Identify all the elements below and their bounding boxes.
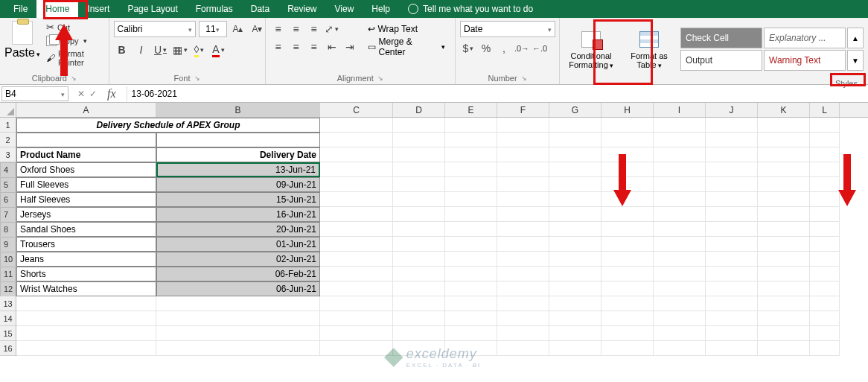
- cell[interactable]: [601, 326, 654, 341]
- cell[interactable]: [445, 162, 497, 177]
- cell[interactable]: [16, 133, 156, 147]
- cell[interactable]: 01-Jun-21: [156, 237, 320, 252]
- cell[interactable]: Shorts: [16, 267, 156, 281]
- cell[interactable]: [445, 222, 497, 237]
- percent-button[interactable]: %: [478, 40, 494, 57]
- tell-me[interactable]: Tell me what you want to do: [408, 4, 533, 14]
- gallery-more-button[interactable]: ▼: [847, 50, 864, 71]
- cell[interactable]: [810, 133, 840, 147]
- cell[interactable]: [758, 133, 810, 147]
- cell[interactable]: [706, 192, 758, 207]
- style-warning[interactable]: Warning Text: [764, 50, 846, 71]
- cell[interactable]: [549, 252, 601, 267]
- cell[interactable]: [393, 162, 445, 177]
- cell[interactable]: [601, 147, 654, 162]
- cell[interactable]: [16, 296, 156, 311]
- cell[interactable]: [320, 267, 393, 281]
- style-output[interactable]: Output: [680, 50, 762, 71]
- cell[interactable]: [320, 311, 393, 326]
- cell[interactable]: [654, 222, 706, 237]
- row-header-15[interactable]: 15: [0, 326, 16, 341]
- align-top-button[interactable]: ≡: [270, 21, 287, 37]
- underline-button[interactable]: U: [153, 42, 169, 58]
- align-middle-button[interactable]: ≡: [288, 21, 304, 37]
- bold-button[interactable]: B: [114, 42, 130, 58]
- tab-home[interactable]: Home: [36, 0, 78, 18]
- cell[interactable]: [445, 207, 497, 222]
- col-header-i[interactable]: I: [654, 103, 706, 117]
- cell[interactable]: [810, 162, 840, 177]
- cell[interactable]: [497, 147, 549, 162]
- cell[interactable]: [549, 162, 601, 177]
- cell[interactable]: [549, 237, 601, 252]
- cell[interactable]: Oxford Shoes: [16, 162, 156, 177]
- cell[interactable]: [706, 267, 758, 281]
- row-header-1[interactable]: 1: [0, 118, 16, 133]
- cell[interactable]: [497, 162, 549, 177]
- cell[interactable]: [758, 326, 810, 341]
- cell[interactable]: [320, 162, 393, 177]
- align-right-button[interactable]: ≡: [306, 39, 322, 55]
- gallery-up-button[interactable]: ▲: [847, 28, 864, 48]
- cell[interactable]: [497, 177, 549, 192]
- cell[interactable]: [156, 133, 320, 147]
- cell[interactable]: [393, 207, 445, 222]
- cell[interactable]: [393, 147, 445, 162]
- font-name-select[interactable]: Calibri: [114, 21, 196, 37]
- cell[interactable]: [758, 177, 810, 192]
- cell[interactable]: [549, 296, 601, 311]
- cell[interactable]: [549, 267, 601, 281]
- accounting-format-button[interactable]: $: [460, 40, 476, 57]
- cell[interactable]: [549, 341, 601, 356]
- cell[interactable]: [654, 341, 706, 356]
- cell[interactable]: Half Sleeves: [16, 192, 156, 207]
- row-header-4[interactable]: 4: [0, 162, 16, 177]
- col-header-l[interactable]: L: [810, 103, 840, 117]
- cell[interactable]: [810, 192, 840, 207]
- col-header-j[interactable]: J: [706, 103, 758, 117]
- cell[interactable]: [758, 192, 810, 207]
- cell[interactable]: [654, 162, 706, 177]
- cell[interactable]: [393, 237, 445, 252]
- styles-gallery[interactable]: Check Cell Explanatory ... ▲ Output Warn…: [680, 28, 864, 71]
- cell[interactable]: [320, 252, 393, 267]
- cell[interactable]: [393, 118, 445, 133]
- cell[interactable]: [445, 118, 497, 133]
- cell[interactable]: [156, 311, 320, 326]
- cell[interactable]: [320, 147, 393, 162]
- cell[interactable]: [549, 118, 601, 133]
- cell[interactable]: Wrist Watches: [16, 281, 156, 296]
- cell[interactable]: [156, 341, 320, 356]
- cell[interactable]: 13-Jun-21: [156, 162, 320, 177]
- cell[interactable]: [156, 326, 320, 341]
- decrease-font-button[interactable]: [249, 21, 266, 37]
- cell[interactable]: [810, 296, 840, 311]
- increase-font-button[interactable]: [230, 21, 246, 37]
- cell[interactable]: Product Name: [16, 147, 156, 162]
- number-format-select[interactable]: Date: [460, 21, 555, 37]
- cell[interactable]: [320, 177, 393, 192]
- cell[interactable]: [810, 252, 840, 267]
- row-header-14[interactable]: 14: [0, 311, 16, 326]
- cell[interactable]: [654, 311, 706, 326]
- cell[interactable]: [497, 267, 549, 281]
- cell[interactable]: [601, 222, 654, 237]
- cell[interactable]: [320, 296, 393, 311]
- cell[interactable]: [706, 147, 758, 162]
- cell[interactable]: Full Sleeves: [16, 177, 156, 192]
- cell[interactable]: [549, 326, 601, 341]
- font-size-select[interactable]: 11: [199, 21, 227, 37]
- cell[interactable]: [758, 296, 810, 311]
- style-explanatory[interactable]: Explanatory ...: [764, 28, 846, 48]
- indent-more-button[interactable]: ⇥: [342, 39, 358, 55]
- cell[interactable]: [601, 237, 654, 252]
- cell[interactable]: [393, 281, 445, 296]
- fill-color-button[interactable]: ◊: [191, 42, 208, 58]
- cell[interactable]: [758, 147, 810, 162]
- cell[interactable]: [654, 147, 706, 162]
- cell[interactable]: [393, 177, 445, 192]
- cell[interactable]: [445, 237, 497, 252]
- cell[interactable]: [445, 133, 497, 147]
- cell[interactable]: [706, 252, 758, 267]
- cell[interactable]: [320, 207, 393, 222]
